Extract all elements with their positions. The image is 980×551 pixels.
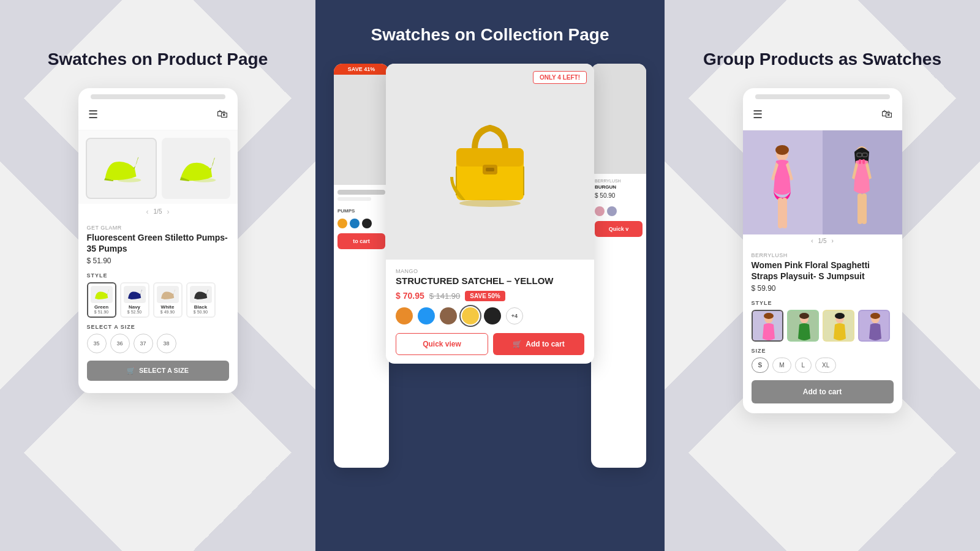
brand-mid: MANGO bbox=[396, 268, 584, 274]
size-35[interactable]: 35 bbox=[87, 334, 107, 353]
svg-point-23 bbox=[764, 313, 774, 319]
left-mobile-card: ☰ 🛍 bbox=[78, 88, 238, 393]
size-m[interactable]: M bbox=[772, 358, 791, 373]
select-size-label: SELECT A SIZE bbox=[139, 367, 189, 374]
pagination-row: ‹ 1/5 › bbox=[78, 204, 238, 220]
prev-arrow[interactable]: ‹ bbox=[146, 208, 149, 216]
left-card-label: PUMPS bbox=[334, 206, 389, 216]
right-next-arrow[interactable]: › bbox=[831, 238, 833, 244]
save-badge-left: SAVE 41% bbox=[334, 64, 389, 75]
color-yellow[interactable] bbox=[462, 307, 479, 324]
size-s[interactable]: S bbox=[752, 358, 769, 373]
product-image-1[interactable] bbox=[86, 138, 157, 199]
color-brown[interactable] bbox=[440, 307, 457, 324]
panel-right: Group Products as Swatches ☰ 🛍 bbox=[665, 0, 980, 551]
style-thumb-2[interactable] bbox=[787, 310, 819, 342]
right-prev-arrow[interactable]: ‹ bbox=[811, 238, 813, 244]
product-info: GET GLAMR Fluorescent Green Stiletto Pum… bbox=[78, 220, 238, 272]
next-arrow[interactable]: › bbox=[167, 208, 169, 216]
right-partial-label: BURGUN bbox=[595, 184, 643, 190]
price-sale: $ 70.95 bbox=[396, 291, 424, 301]
size-section-label: SELECT A SIZE bbox=[78, 324, 238, 330]
left-card-to-cart[interactable]: to cart bbox=[337, 233, 385, 249]
model-left bbox=[743, 130, 823, 234]
right-brand: BERRYLUSH bbox=[752, 252, 894, 258]
right-menu-icon[interactable]: ☰ bbox=[753, 108, 763, 121]
right-product-name: Women Pink Floral Spaghetti Straps Plays… bbox=[752, 260, 894, 282]
style-section-label: STYLE bbox=[78, 272, 238, 279]
svg-rect-17 bbox=[859, 159, 861, 164]
svg-rect-5 bbox=[486, 168, 494, 171]
panel-left: Swatches on Product Page ☰ 🛍 bbox=[0, 0, 315, 551]
color-swatches: +4 bbox=[396, 307, 584, 324]
style-thumbs bbox=[743, 310, 902, 342]
svg-rect-3 bbox=[456, 148, 524, 167]
color-blue[interactable] bbox=[418, 307, 435, 324]
product-title-mid: STRUCTURED SATCHEL – YELLOW bbox=[396, 276, 584, 286]
style-thumb-1[interactable] bbox=[752, 310, 783, 342]
right-style-label: STYLE bbox=[743, 300, 902, 306]
svg-point-29 bbox=[835, 313, 845, 319]
svg-rect-18 bbox=[862, 159, 865, 164]
product-images-row bbox=[78, 130, 238, 204]
right-add-cart-button[interactable]: Add to cart bbox=[752, 380, 894, 403]
size-36[interactable]: 36 bbox=[110, 334, 130, 353]
size-l[interactable]: L bbox=[795, 358, 812, 373]
panel-mid: Swatches on Collection Page SAVE 41% PUM… bbox=[315, 0, 665, 551]
model-right-svg bbox=[842, 143, 882, 234]
card-actions: Quick view 🛒 Add to cart bbox=[396, 333, 584, 355]
model-right bbox=[823, 130, 902, 234]
style-swatches: Green $ 51.90 Navy $ 52.50 White bbox=[78, 282, 238, 318]
right-size-label: SIZE bbox=[743, 348, 902, 354]
swatch-price-black: $ 50.90 bbox=[194, 310, 208, 314]
swatch-navy[interactable]: Navy $ 52.50 bbox=[120, 282, 149, 318]
right-panel-title: Group Products as Swatches bbox=[703, 49, 941, 70]
product-price: $ 51.90 bbox=[87, 257, 229, 265]
swatch-white[interactable]: White $ 49.90 bbox=[153, 282, 183, 318]
brand-label: GET GLAMR bbox=[87, 225, 229, 231]
color-orange[interactable] bbox=[396, 307, 413, 324]
cart-icon-mid: 🛒 bbox=[513, 340, 522, 348]
right-pagination: 1/5 bbox=[818, 238, 827, 244]
swatch-price-navy: $ 52.50 bbox=[127, 310, 141, 314]
size-37[interactable]: 37 bbox=[134, 334, 153, 353]
left-panel-title: Swatches on Product Page bbox=[48, 49, 268, 70]
swatch-price-green: $ 51.90 bbox=[94, 310, 108, 314]
more-colors-btn[interactable]: +4 bbox=[506, 307, 523, 324]
svg-rect-12 bbox=[782, 198, 787, 228]
swatch-black[interactable]: Black $ 50.90 bbox=[186, 282, 216, 318]
product-image-area: ONLY 4 LEFT! bbox=[386, 64, 594, 260]
svg-rect-11 bbox=[778, 198, 783, 228]
right-product-price: $ 59.90 bbox=[752, 284, 894, 293]
price-row: $ 70.95 $ 141.90 SAVE 50% bbox=[396, 291, 584, 301]
style-thumb-3[interactable] bbox=[823, 310, 854, 342]
add-to-cart-button[interactable]: 🛒 Add to cart bbox=[493, 333, 584, 355]
quick-view-button[interactable]: Quick view bbox=[396, 333, 488, 355]
cart-icon[interactable]: 🛍 bbox=[217, 108, 228, 121]
size-swatches: 35 36 37 38 bbox=[78, 334, 238, 353]
product-image-2[interactable] bbox=[162, 138, 230, 199]
right-cart-icon[interactable]: 🛍 bbox=[881, 108, 892, 121]
select-size-button[interactable]: 🛒 SELECT A SIZE bbox=[87, 361, 229, 381]
swatch-name-green: Green bbox=[94, 304, 108, 310]
right-partial-quick[interactable]: Quick v bbox=[595, 221, 643, 237]
swatch-name-white: White bbox=[161, 304, 175, 310]
product-name: Fluorescent Green Stiletto Pumps- 35 Pum… bbox=[87, 232, 229, 254]
center-collection-card: ONLY 4 LEFT! bbox=[386, 64, 594, 364]
swatch-green[interactable]: Green $ 51.90 bbox=[87, 282, 116, 318]
menu-icon[interactable]: ☰ bbox=[88, 108, 98, 121]
product-bag-image bbox=[429, 100, 551, 223]
svg-point-26 bbox=[799, 313, 809, 319]
style-thumb-4[interactable] bbox=[858, 310, 890, 342]
size-38[interactable]: 38 bbox=[157, 334, 176, 353]
right-product-images bbox=[743, 130, 902, 234]
swatch-price-white: $ 49.90 bbox=[160, 310, 175, 314]
card-body: MANGO STRUCTURED SATCHEL – YELLOW $ 70.9… bbox=[386, 260, 594, 364]
color-black[interactable] bbox=[484, 307, 501, 324]
size-xl[interactable]: XL bbox=[815, 358, 836, 373]
right-product-info: BERRYLUSH Women Pink Floral Spaghetti St… bbox=[743, 247, 902, 300]
svg-point-10 bbox=[775, 145, 789, 155]
size-row-right: S M L XL bbox=[743, 358, 902, 373]
right-mobile-card: ☰ 🛍 bbox=[743, 88, 902, 413]
only-badge: ONLY 4 LEFT! bbox=[533, 71, 587, 84]
